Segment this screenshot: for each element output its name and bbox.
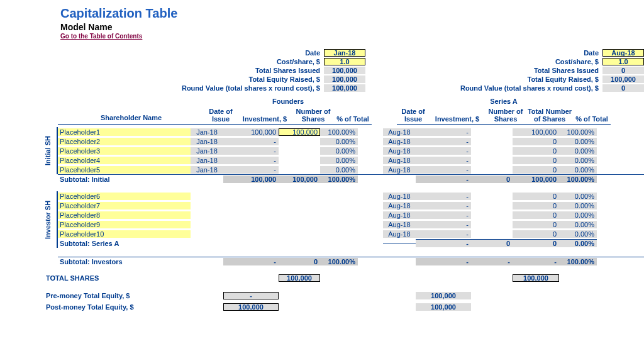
cell-inv-f: - — [223, 138, 279, 145]
cell-inv-a: - — [416, 138, 471, 145]
cell-pct-f: 0.00% — [320, 157, 358, 164]
shareholder-name[interactable]: Placeholder7 — [58, 202, 191, 209]
cost-label-a: Cost/share, $ — [386, 58, 602, 65]
cell-inv-f: - — [223, 166, 279, 174]
shareholder-name[interactable]: Placeholder3 — [58, 147, 191, 155]
table-row: Placeholder5Jan-18-0.00%Aug-18-00.00% — [58, 165, 597, 174]
shares-label-a: Total Shares Issued — [386, 67, 602, 74]
post-money-f: 100,000 — [223, 303, 279, 311]
table-row: Placeholder3Jan-18-0.00%Aug-18-00.00% — [58, 146, 597, 155]
subtotal-initial-fpct: 100.00% — [320, 176, 358, 183]
cell-pct-a: 0.00% — [559, 202, 597, 209]
cell-total-a: 0 — [513, 166, 559, 174]
col-inv-f: Investment, $ — [237, 108, 292, 125]
cell-date-a: Aug-18 — [383, 230, 416, 238]
date-label-a: Date — [386, 49, 602, 57]
cell-pct-f: 0.00% — [320, 147, 358, 155]
subtotal-investors-fpct: 100.00% — [320, 258, 358, 265]
subtotal-seriesa-atot: 0 — [513, 239, 559, 247]
table-row: Placeholder6Aug-18-00.00% — [58, 191, 597, 201]
shareholder-name[interactable]: Placeholder10 — [58, 230, 191, 238]
col-total-a: Total Number of Shares — [526, 108, 573, 125]
equity-label-f: Total Equity Raised, $ — [44, 75, 324, 83]
roundval-value-a: 0 — [602, 84, 644, 92]
cell-pct-a: 0.00% — [559, 221, 597, 228]
subtotal-initial-label: Subtotal: Initial — [58, 176, 191, 183]
subtotal-investors-fsh: 0 — [279, 258, 320, 265]
cell-inv-f: - — [223, 157, 279, 164]
section-investor-label: Investor SH — [44, 191, 58, 248]
post-money-a: 100,000 — [416, 303, 471, 311]
cell-date-f: Jan-18 — [191, 157, 223, 164]
subtotal-initial-fsh: 100,000 — [279, 176, 320, 183]
table-row: Placeholder1Jan-18100,000100,000100.00%A… — [58, 127, 597, 137]
col-shares-f: Number of Shares — [292, 108, 334, 125]
toc-link[interactable]: Go to the Table of Contents — [60, 33, 142, 40]
shareholder-name[interactable]: Placeholder9 — [58, 221, 191, 228]
cell-date-a: Aug-18 — [383, 128, 416, 136]
cell-pct-a: 0.00% — [559, 138, 597, 145]
shareholder-name[interactable]: Placeholder8 — [58, 211, 191, 219]
subtotal-initial-atot: 100,000 — [513, 176, 559, 183]
date-value-a[interactable]: Aug-18 — [602, 49, 644, 57]
cell-pct-a: 0.00% — [559, 166, 597, 174]
cell-inv-a: - — [416, 166, 471, 174]
subtotal-seriesa-label: Subtotal: Series A — [58, 240, 191, 247]
col-date-a: Date of Issue — [397, 108, 430, 125]
date-value-f[interactable]: Jan-18 — [324, 49, 365, 57]
cell-shares-f[interactable]: 100,000 — [279, 128, 320, 136]
cell-inv-a: - — [416, 211, 471, 219]
equity-label-a: Total Equity Raised, $ — [386, 75, 602, 83]
subtotal-seriesa-apct: 0.00% — [559, 239, 597, 247]
model-name: Model Name — [60, 22, 644, 32]
cell-date-a: Aug-18 — [383, 138, 416, 145]
shareholder-name[interactable]: Placeholder5 — [58, 166, 191, 174]
cell-inv-a: - — [416, 230, 471, 238]
cell-date-f: Jan-18 — [191, 166, 223, 174]
shareholder-header: Shareholder Name — [58, 108, 204, 125]
shares-value-a: 0 — [602, 67, 644, 74]
cell-inv-f: - — [223, 147, 279, 155]
cell-total-a: 0 — [513, 138, 559, 145]
subtotal-initial-ainv: - — [416, 176, 471, 183]
subtotal-initial-finv: 100,000 — [223, 176, 279, 183]
shares-value-f: 100,000 — [324, 67, 365, 74]
cell-date-a: Aug-18 — [383, 166, 416, 174]
subtotal-investors-label: Subtotal: Investors — [58, 258, 191, 265]
subtotal-seriesa-row: Subtotal: Series A-000.00% — [58, 238, 597, 248]
pre-money-f: - — [223, 292, 279, 299]
pre-money-a: 100,000 — [416, 292, 471, 299]
shareholder-name[interactable]: Placeholder2 — [58, 138, 191, 145]
founders-round-label: Founders — [204, 98, 372, 105]
col-inv-a: Investment, $ — [430, 108, 485, 125]
shareholder-name[interactable]: Placeholder6 — [58, 193, 191, 200]
cost-value-a[interactable]: 1.0 — [602, 58, 644, 65]
col-pct-a: % of Total — [573, 108, 611, 125]
equity-value-a: 100,000 — [602, 75, 644, 83]
cell-inv-a: - — [416, 147, 471, 155]
seriesa-round-label: Series A — [397, 98, 611, 105]
col-pct-f: % of Total — [334, 108, 372, 125]
col-date-f: Date of Issue — [204, 108, 237, 125]
shareholder-name[interactable]: Placeholder4 — [58, 157, 191, 164]
cell-inv-a: - — [416, 157, 471, 164]
table-row: Placeholder9Aug-18-00.00% — [58, 220, 597, 229]
cell-pct-f: 100.00% — [320, 128, 358, 136]
date-label-f: Date — [44, 49, 324, 57]
cell-date-a: Aug-18 — [383, 193, 416, 200]
cell-date-a: Aug-18 — [383, 202, 416, 209]
subtotal-seriesa-ainv: - — [416, 239, 471, 247]
table-row: Placeholder4Jan-18-0.00%Aug-18-00.00% — [58, 155, 597, 165]
table-row: Placeholder2Jan-18-0.00%Aug-18-00.00% — [58, 137, 597, 146]
cell-pct-a: 0.00% — [559, 193, 597, 200]
cost-value-f[interactable]: 1.0 — [324, 58, 365, 65]
subtotal-seriesa-ash: 0 — [471, 239, 513, 247]
shares-label-f: Total Shares Issued — [44, 67, 324, 74]
cell-total-a: 0 — [513, 221, 559, 228]
cell-total-a: 0 — [513, 211, 559, 219]
total-shares-label: TOTAL SHARES — [44, 274, 191, 282]
shareholder-name[interactable]: Placeholder1 — [58, 128, 191, 136]
cost-label-f: Cost/share, $ — [44, 58, 324, 65]
cell-pct-a: 0.00% — [559, 230, 597, 238]
cell-inv-a: - — [416, 193, 471, 200]
